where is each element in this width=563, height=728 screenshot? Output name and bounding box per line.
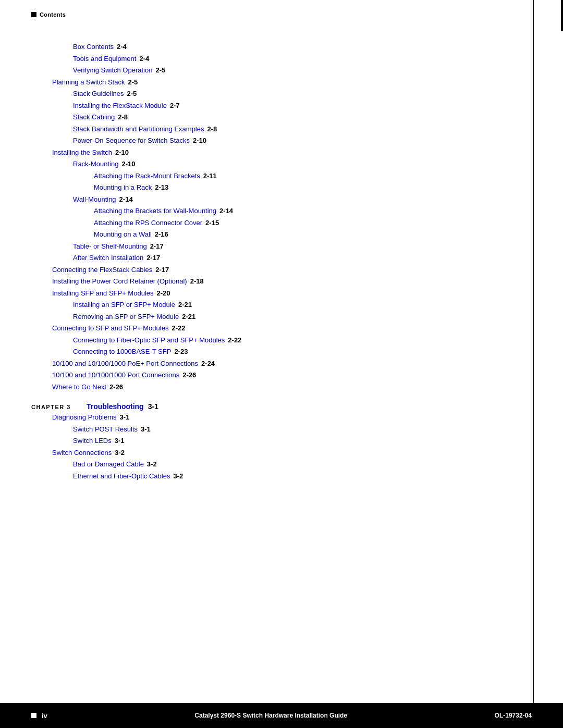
toc-item: Mounting on a Wall2-16: [94, 229, 521, 240]
toc-page-number: 2-8: [207, 124, 217, 134]
toc-item: Installing the FlexStack Module2-7: [73, 101, 521, 111]
toc-item: Connecting to Fiber-Optic SFP and SFP+ M…: [73, 335, 521, 346]
toc-item: Ethernet and Fiber-Optic Cables3-2: [73, 471, 521, 482]
toc-page-number: 3-2: [173, 471, 183, 482]
toc-item: Verifying Switch Operation2-5: [73, 65, 521, 76]
toc-page-number: 2-10: [193, 135, 206, 146]
toc-page-number: 2-10: [115, 147, 129, 158]
toc-link[interactable]: Ethernet and Fiber-Optic Cables: [73, 471, 170, 482]
toc-page-number: 2-5: [127, 89, 137, 99]
chapter-page-number: 3-1: [148, 402, 158, 411]
toc-link[interactable]: Switch POST Results: [73, 424, 138, 435]
toc-link[interactable]: Stack Guidelines: [73, 89, 124, 99]
toc-item: Power-On Sequence for Switch Stacks2-10: [73, 135, 521, 146]
toc-link[interactable]: Connecting to Fiber-Optic SFP and SFP+ M…: [73, 335, 225, 346]
toc-link[interactable]: Attaching the RPS Connector Cover: [94, 218, 202, 228]
toc-page-number: 3-1: [115, 436, 125, 446]
toc-item: Mounting in a Rack2-13: [94, 182, 521, 193]
toc-link[interactable]: Box Contents: [73, 42, 114, 52]
toc-item: Stack Guidelines2-5: [73, 89, 521, 99]
toc-item: Switch Connections3-2: [52, 448, 521, 458]
page-footer: iv Catalyst 2960-S Switch Hardware Insta…: [0, 703, 563, 728]
top-border-decoration: [561, 0, 563, 31]
toc-link[interactable]: Installing the FlexStack Module: [73, 101, 167, 111]
toc-link[interactable]: Verifying Switch Operation: [73, 65, 152, 76]
toc-link[interactable]: 10/100 and 10/100/1000 Port Connections: [52, 370, 179, 380]
toc-page-number: 2-5: [155, 65, 165, 76]
toc-item: Wall-Mounting2-14: [73, 194, 521, 205]
toc-item: After Switch Installation2-17: [73, 253, 521, 263]
toc-item: Stack Cabling2-8: [73, 112, 521, 122]
toc-link[interactable]: Installing the Power Cord Retainer (Opti…: [52, 276, 187, 287]
toc-item: Attaching the RPS Connector Cover2-15: [94, 218, 521, 228]
toc-page-number: 2-4: [139, 54, 149, 64]
toc-item: Installing the Power Cord Retainer (Opti…: [52, 276, 521, 287]
toc-item: Attaching the Brackets for Wall-Mounting…: [94, 206, 521, 216]
toc-link[interactable]: Mounting on a Wall: [94, 229, 152, 240]
footer-document-title: Catalyst 2960-S Switch Hardware Installa…: [194, 712, 347, 719]
toc-link[interactable]: Attaching the Rack-Mount Brackets: [94, 171, 200, 181]
toc-content: Box Contents2-4Tools and Equipment2-4Ver…: [31, 42, 521, 483]
toc-link[interactable]: Rack-Mounting: [73, 159, 118, 169]
chapter-entries-container: CHAPTER 3Troubleshooting3-1Diagnosing Pr…: [31, 402, 521, 481]
toc-link[interactable]: Wall-Mounting: [73, 194, 116, 205]
toc-link[interactable]: Bad or Damaged Cable: [73, 459, 144, 470]
toc-item: Installing an SFP or SFP+ Module2-21: [73, 300, 521, 310]
toc-link[interactable]: Stack Cabling: [73, 112, 115, 122]
toc-link[interactable]: Where to Go Next: [52, 382, 106, 392]
toc-page-number: 2-22: [228, 335, 241, 346]
toc-link[interactable]: 10/100 and 10/100/1000 PoE+ Port Connect…: [52, 359, 198, 369]
toc-link[interactable]: Stack Bandwidth and Partitioning Example…: [73, 124, 204, 134]
toc-item: Tools and Equipment2-4: [73, 54, 521, 64]
toc-link[interactable]: Planning a Switch Stack: [52, 77, 125, 88]
toc-link[interactable]: Power-On Sequence for Switch Stacks: [73, 135, 190, 146]
toc-item: Switch LEDs3-1: [73, 436, 521, 446]
chapter-title-link[interactable]: Troubleshooting: [87, 402, 144, 411]
toc-page-number: 2-5: [128, 77, 138, 88]
toc-item: Rack-Mounting2-10: [73, 159, 521, 169]
toc-page-number: 2-17: [150, 241, 164, 252]
toc-link[interactable]: Connecting to 1000BASE-T SFP: [73, 347, 171, 357]
toc-link[interactable]: Table- or Shelf-Mounting: [73, 241, 147, 252]
toc-page-number: 2-4: [117, 42, 127, 52]
toc-link[interactable]: Attaching the Brackets for Wall-Mounting: [94, 206, 216, 216]
header-label: Contents: [40, 11, 66, 18]
toc-page-number: 3-1: [120, 412, 130, 423]
page: Contents Box Contents2-4Tools and Equipm…: [0, 0, 563, 728]
toc-link[interactable]: Switch Connections: [52, 448, 112, 458]
toc-link[interactable]: Tools and Equipment: [73, 54, 136, 64]
toc-page-number: 3-2: [115, 448, 125, 458]
toc-page-number: 2-24: [201, 359, 215, 369]
toc-link[interactable]: Mounting in a Rack: [94, 182, 152, 193]
toc-page-number: 2-16: [155, 229, 168, 240]
toc-link[interactable]: Diagnosing Problems: [52, 412, 117, 423]
toc-item: 10/100 and 10/100/1000 Port Connections2…: [52, 370, 521, 380]
toc-item: Bad or Damaged Cable3-2: [73, 459, 521, 470]
toc-link[interactable]: Installing SFP and SFP+ Modules: [52, 288, 154, 299]
chapter-row: CHAPTER 3Troubleshooting3-1: [31, 402, 521, 411]
toc-page-number: 3-2: [147, 459, 157, 470]
toc-item: Diagnosing Problems3-1: [52, 412, 521, 423]
toc-page-number: 2-23: [174, 347, 188, 357]
toc-link[interactable]: Connecting the FlexStack Cables: [52, 265, 152, 275]
toc-item: Planning a Switch Stack2-5: [52, 77, 521, 88]
toc-page-number: 2-20: [157, 288, 170, 299]
toc-link[interactable]: Switch LEDs: [73, 436, 112, 446]
toc-page-number: 3-1: [141, 424, 151, 435]
toc-link[interactable]: Connecting to SFP and SFP+ Modules: [52, 323, 168, 334]
toc-link[interactable]: Installing an SFP or SFP+ Module: [73, 300, 175, 310]
toc-link[interactable]: Removing an SFP or SFP+ Module: [73, 312, 179, 322]
toc-page-number: 2-15: [205, 218, 219, 228]
toc-item: 10/100 and 10/100/1000 PoE+ Port Connect…: [52, 359, 521, 369]
toc-item: Table- or Shelf-Mounting2-17: [73, 241, 521, 252]
toc-item: Connecting to 1000BASE-T SFP2-23: [73, 347, 521, 357]
footer-page-number: iv: [42, 712, 47, 720]
toc-page-number: 2-11: [203, 171, 217, 181]
toc-link[interactable]: After Switch Installation: [73, 253, 143, 263]
footer-left: iv: [31, 712, 47, 720]
toc-page-number: 2-14: [119, 194, 133, 205]
toc-link[interactable]: Installing the Switch: [52, 147, 112, 158]
toc-page-number: 2-22: [172, 323, 185, 334]
toc-page-number: 2-8: [118, 112, 128, 122]
toc-item: Connecting the FlexStack Cables2-17: [52, 265, 521, 275]
